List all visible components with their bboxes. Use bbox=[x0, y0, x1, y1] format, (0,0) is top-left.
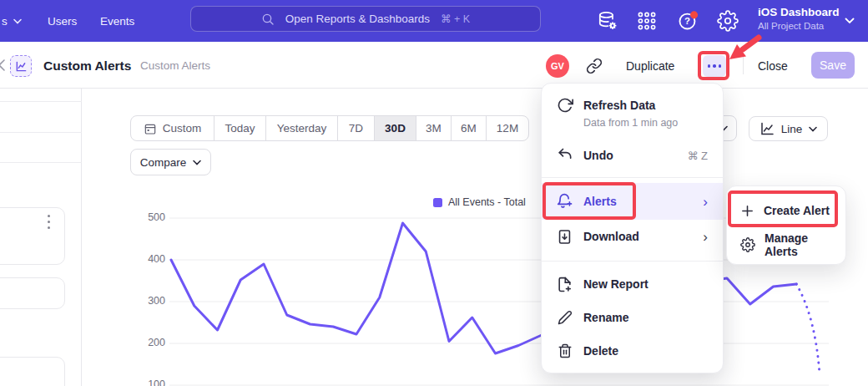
range-custom[interactable]: Custom bbox=[131, 116, 214, 140]
file-plus-icon bbox=[556, 276, 573, 293]
plus-icon bbox=[740, 204, 754, 218]
search-shortcut: ⌘ + K bbox=[441, 13, 470, 25]
kebab-menu-icon[interactable] bbox=[48, 215, 50, 229]
nav-item-users[interactable]: Users bbox=[48, 0, 77, 42]
left-panel bbox=[0, 89, 82, 386]
copy-link-icon[interactable] bbox=[586, 58, 603, 74]
top-nav-bar: s Users Events Open Reports & Dashboards… bbox=[0, 0, 868, 42]
chevron-down-icon bbox=[193, 160, 201, 165]
undo-shortcut: ⌘ Z bbox=[687, 150, 708, 162]
more-options-button[interactable] bbox=[703, 55, 726, 77]
refresh-icon bbox=[556, 97, 573, 114]
apps-grid-icon[interactable] bbox=[636, 10, 658, 32]
gear-icon bbox=[740, 237, 755, 252]
range-3m[interactable]: 3M bbox=[416, 116, 452, 140]
y-tick-label: 200 bbox=[132, 337, 165, 348]
app-window: s Users Events Open Reports & Dashboards… bbox=[0, 0, 868, 386]
project-scope: All Project Data bbox=[758, 20, 840, 33]
panel-card[interactable] bbox=[0, 357, 65, 386]
submenu-item-create-alert[interactable]: Create Alert bbox=[727, 195, 845, 226]
range-yesterday[interactable]: Yesterday bbox=[266, 116, 338, 140]
project-chevron-down-icon[interactable] bbox=[845, 18, 855, 24]
y-tick-label: 300 bbox=[132, 295, 165, 307]
y-tick-label: 100 bbox=[132, 378, 165, 386]
divider bbox=[743, 56, 744, 74]
range-12m[interactable]: 12M bbox=[487, 116, 528, 140]
panel-card[interactable] bbox=[0, 277, 65, 309]
data-management-icon[interactable] bbox=[597, 10, 618, 32]
avatar[interactable]: GV bbox=[546, 54, 569, 78]
bell-plus-icon bbox=[556, 193, 573, 211]
project-name: iOS Dashboard bbox=[758, 5, 840, 20]
search-placeholder: Open Reports & Dashboards bbox=[285, 13, 430, 25]
refresh-data-subtitle: Data from 1 min ago bbox=[583, 117, 678, 129]
menu-item-undo[interactable]: Undo ⌘ Z bbox=[542, 140, 723, 170]
calendar-icon bbox=[144, 122, 157, 135]
line-chart-icon bbox=[760, 121, 775, 136]
range-7d[interactable]: 7D bbox=[338, 116, 375, 140]
help-icon[interactable]: ? bbox=[677, 10, 699, 32]
legend-label: All Events - Total bbox=[448, 196, 526, 208]
y-tick-label: 400 bbox=[132, 253, 165, 265]
compare-button[interactable]: Compare bbox=[130, 149, 211, 175]
settings-gear-icon[interactable] bbox=[717, 10, 739, 32]
undo-icon bbox=[556, 147, 573, 165]
submenu-chevron-right-icon: › bbox=[703, 230, 708, 244]
close-button[interactable]: Close bbox=[758, 59, 788, 73]
panel-card[interactable] bbox=[0, 207, 65, 265]
duplicate-button[interactable]: Duplicate bbox=[626, 59, 674, 73]
trash-icon bbox=[556, 343, 573, 360]
chevron-down-icon bbox=[809, 126, 817, 132]
breadcrumb: Custom Alerts bbox=[140, 59, 210, 72]
pencil-icon bbox=[556, 309, 573, 327]
nav-item-events[interactable]: Events bbox=[100, 0, 134, 42]
project-selector[interactable]: iOS Dashboard All Project Data bbox=[758, 5, 840, 33]
clipped-edge-icon bbox=[0, 59, 6, 71]
range-30d-selected[interactable]: 30D bbox=[375, 116, 416, 140]
submenu-item-manage-alerts[interactable]: Manage Alerts bbox=[727, 230, 845, 260]
report-type-icon bbox=[10, 55, 32, 77]
report-options-menu: Refresh Data Data from 1 min ago Undo ⌘ … bbox=[541, 83, 724, 373]
menu-item-refresh-data[interactable]: Refresh Data bbox=[542, 92, 723, 119]
chart-type-dropdown[interactable]: Line bbox=[749, 116, 828, 141]
menu-item-alerts[interactable]: Alerts › bbox=[542, 183, 723, 220]
legend-swatch bbox=[433, 198, 442, 207]
chevron-down-icon bbox=[13, 18, 22, 24]
nav-fragment-label: s bbox=[2, 15, 8, 28]
menu-item-new-report[interactable]: New Report bbox=[542, 269, 723, 299]
menu-item-rename[interactable]: Rename bbox=[542, 302, 723, 333]
range-today[interactable]: Today bbox=[214, 116, 266, 140]
submenu-chevron-right-icon: › bbox=[703, 195, 708, 209]
range-6m[interactable]: 6M bbox=[452, 116, 487, 140]
menu-item-download[interactable]: Download › bbox=[542, 221, 723, 251]
search-icon bbox=[261, 13, 275, 26]
nav-item-truncated[interactable]: s bbox=[2, 0, 22, 42]
notification-dot bbox=[690, 11, 698, 18]
chart-legend[interactable]: All Events - Total bbox=[433, 196, 526, 208]
alerts-submenu: Create Alert Manage Alerts bbox=[726, 185, 846, 265]
file-download-icon bbox=[556, 228, 573, 246]
menu-item-delete[interactable]: Delete bbox=[542, 336, 723, 366]
save-button[interactable]: Save bbox=[811, 52, 855, 79]
search-input[interactable]: Open Reports & Dashboards ⌘ + K bbox=[190, 6, 541, 32]
svg-text:?: ? bbox=[684, 16, 690, 26]
y-tick-label: 500 bbox=[132, 211, 165, 223]
date-range-control: Custom Today Yesterday 7D 30D 3M 6M 12M bbox=[130, 115, 529, 141]
page-title: Custom Alerts bbox=[43, 58, 131, 74]
report-header: Custom Alerts Custom Alerts GV Duplicate… bbox=[0, 42, 868, 89]
